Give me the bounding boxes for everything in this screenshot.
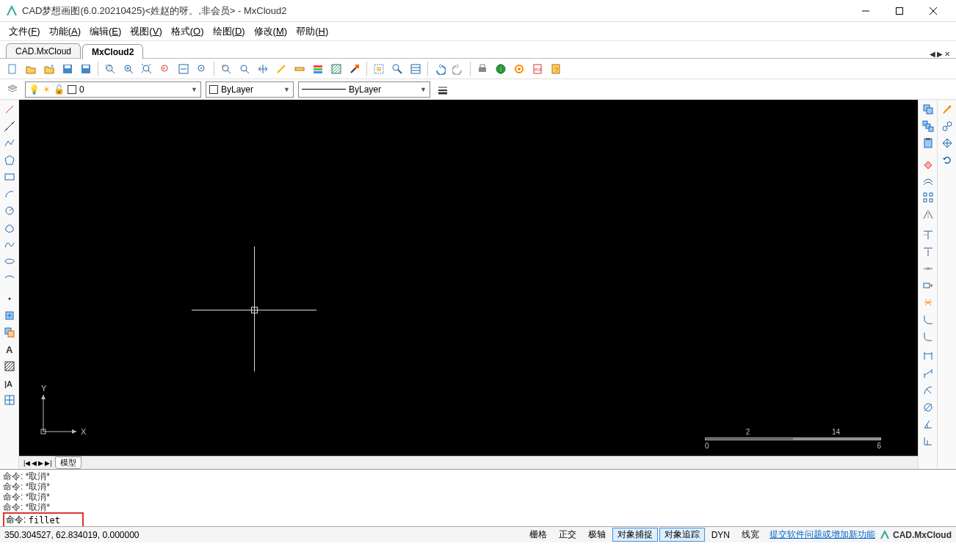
dimangular-tool-icon[interactable] (920, 416, 936, 432)
minimize-button[interactable] (849, 1, 883, 21)
model-tab-prev-icon[interactable]: ◀ (32, 459, 37, 467)
zoom-center-icon[interactable] (194, 61, 210, 77)
menu-file[interactable]: 文件(F) (6, 23, 43, 40)
lineweight-icon[interactable] (435, 81, 451, 98)
dimdiameter-tool-icon[interactable] (920, 399, 936, 415)
select-all-icon[interactable] (371, 61, 387, 77)
copy-tool-icon[interactable] (920, 101, 936, 117)
offset-tool-icon[interactable] (920, 172, 936, 189)
tab-close-icon[interactable]: ✕ (944, 50, 950, 58)
tab-mxcloud2[interactable]: MxCloud2 (82, 44, 143, 59)
save-as-icon[interactable] (78, 61, 94, 77)
properties-icon[interactable] (408, 61, 424, 77)
new-file-icon[interactable] (4, 61, 21, 77)
erase-tool-icon[interactable] (920, 156, 936, 172)
layer-manager-icon[interactable] (4, 81, 21, 98)
linetype-select[interactable]: ByLayer ▼ (298, 81, 430, 98)
status-dyn-button[interactable]: DYN (706, 529, 735, 541)
status-otrack-button[interactable]: 对象追踪 (659, 528, 705, 542)
paste-tool-icon[interactable] (920, 135, 936, 151)
menu-modify[interactable]: 修改(M) (251, 23, 291, 40)
drawing-canvas[interactable]: X Y 214 06 (19, 100, 918, 456)
status-lwt-button[interactable]: 线宽 (736, 528, 764, 542)
polyline-tool-icon[interactable] (1, 135, 18, 151)
line-tool-icon[interactable] (1, 101, 18, 117)
break-tool-icon[interactable] (920, 261, 936, 277)
draw-tool-icon[interactable] (273, 61, 289, 77)
model-space-tab[interactable]: 模型 (55, 457, 82, 469)
dimradius-tool-icon[interactable] (920, 382, 936, 399)
move-arrows-icon[interactable] (939, 135, 955, 151)
text-tool-icon[interactable]: A (1, 341, 18, 357)
status-ortho-button[interactable]: 正交 (554, 528, 582, 542)
pan-icon[interactable] (255, 61, 271, 77)
block-insert-icon[interactable] (1, 308, 18, 324)
block-make-icon[interactable] (1, 324, 18, 341)
zoom-all-icon[interactable] (175, 61, 192, 77)
fillet-tool-icon[interactable] (920, 328, 936, 344)
undo-icon[interactable] (432, 61, 448, 77)
status-grid-button[interactable]: 栅格 (524, 528, 552, 542)
xline-tool-icon[interactable] (1, 118, 18, 134)
menu-draw[interactable]: 绘图(D) (210, 23, 248, 40)
circle-tool-icon[interactable] (1, 203, 18, 219)
copy-multiple-icon[interactable] (920, 118, 936, 134)
layer-select[interactable]: 💡 ☀ 🔓 0 ▼ (25, 81, 201, 98)
help-icon[interactable]: ? (548, 61, 564, 77)
spline-tool-icon[interactable] (1, 236, 18, 252)
hatch-icon[interactable] (328, 61, 344, 77)
zoom-previous-icon[interactable] (157, 61, 173, 77)
zoom-window-icon[interactable] (102, 61, 118, 77)
regen-icon[interactable]: R (218, 61, 234, 77)
layers-icon[interactable] (310, 61, 326, 77)
ellipse-arc-tool-icon[interactable] (1, 270, 18, 286)
menu-format[interactable]: 格式(O) (168, 23, 207, 40)
zoom-realtime-icon[interactable] (236, 61, 253, 77)
pdf-export-icon[interactable]: PDF (529, 61, 546, 77)
hatch-tool-icon[interactable] (1, 358, 18, 374)
explode-tool-icon[interactable] (920, 294, 936, 310)
revcloud-tool-icon[interactable] (1, 219, 18, 236)
move-tool-icon[interactable] (939, 101, 955, 117)
point-tool-icon[interactable] (1, 291, 18, 307)
menu-view[interactable]: 视图(V) (127, 23, 164, 40)
settings-icon[interactable] (511, 61, 527, 77)
rectangle-tool-icon[interactable] (1, 169, 18, 185)
mtext-tool-icon[interactable]: |A (1, 375, 18, 391)
zoom-in-icon[interactable] (120, 61, 137, 77)
command-input[interactable] (29, 515, 73, 526)
model-tab-last-icon[interactable]: ▶| (45, 459, 51, 467)
copyclip-tool-icon[interactable] (939, 118, 955, 134)
redo-icon[interactable] (450, 61, 466, 77)
arc-tool-icon[interactable] (1, 186, 18, 202)
measure-icon[interactable] (291, 61, 308, 77)
dimlinear-tool-icon[interactable] (920, 349, 936, 365)
ellipse-tool-icon[interactable] (1, 253, 18, 269)
match-prop-icon[interactable] (347, 61, 363, 77)
trim-tool-icon[interactable] (920, 227, 936, 243)
array-tool-icon[interactable] (920, 189, 936, 206)
status-osnap-button[interactable]: 对象捕捉 (612, 528, 658, 542)
menu-edit[interactable]: 编辑(E) (87, 23, 124, 40)
mirror-tool-icon[interactable] (920, 206, 936, 222)
status-polar-button[interactable]: 极轴 (583, 528, 611, 542)
polygon-tool-icon[interactable] (1, 152, 18, 168)
print-icon[interactable] (474, 61, 490, 77)
close-button[interactable] (916, 1, 950, 21)
menu-function[interactable]: 功能(A) (46, 23, 84, 40)
find-icon[interactable] (389, 61, 405, 77)
stretch-tool-icon[interactable] (920, 277, 936, 294)
color-select[interactable]: ByLayer ▼ (206, 81, 294, 98)
save-icon[interactable] (59, 61, 76, 77)
model-tab-next-icon[interactable]: ▶ (38, 459, 43, 467)
zoom-extents-icon[interactable] (139, 61, 155, 77)
chamfer-tool-icon[interactable] (920, 311, 936, 327)
model-tab-first-icon[interactable]: |◀ (23, 459, 30, 467)
rotate-tool-icon[interactable] (939, 152, 955, 168)
open-cloud-icon[interactable] (41, 61, 57, 77)
extend-tool-icon[interactable] (920, 244, 936, 260)
dimaligned-tool-icon[interactable] (920, 366, 936, 382)
tab-nav-right-icon[interactable]: ▶ (937, 50, 943, 58)
table-tool-icon[interactable] (1, 392, 18, 408)
globe-icon[interactable] (493, 61, 509, 77)
